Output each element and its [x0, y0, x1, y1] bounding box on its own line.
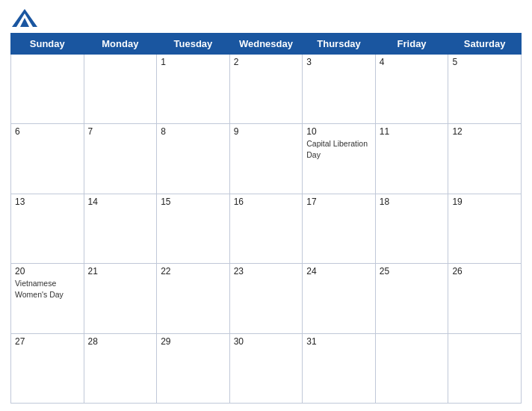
calendar-cell: 4 [375, 55, 448, 124]
calendar-cell: 29 [157, 333, 230, 403]
calendar-cell: 16 [229, 194, 303, 263]
calendar-cell: 18 [375, 194, 448, 263]
calendar-cell: 11 [375, 124, 448, 194]
weekday-header-thursday: Thursday [303, 34, 376, 55]
weekday-header-saturday: Saturday [448, 34, 522, 55]
header-row [10, 7, 522, 30]
day-number: 30 [234, 336, 299, 347]
calendar-cell: 27 [11, 333, 84, 403]
calendar-cell: 13 [11, 194, 84, 263]
day-number: 13 [15, 197, 80, 207]
weekday-header-tuesday: Tuesday [157, 34, 230, 55]
calendar-cell: 5 [448, 55, 522, 124]
calendar-week-row: 12345 [11, 55, 522, 124]
weekday-header-row: SundayMondayTuesdayWednesdayThursdayFrid… [11, 34, 522, 55]
day-number: 16 [234, 197, 299, 207]
calendar-cell: 10Capital Liberation Day [303, 124, 376, 194]
calendar-cell: 9 [229, 124, 303, 194]
calendar-week-row: 678910Capital Liberation Day1112 [11, 124, 522, 194]
day-number: 3 [306, 57, 371, 67]
day-number: 5 [452, 57, 517, 67]
calendar-cell: 20Vietnamese Women's Day [11, 264, 84, 333]
calendar-week-row: 13141516171819 [11, 194, 522, 263]
calendar-cell [84, 55, 157, 124]
day-number: 31 [306, 336, 371, 347]
calendar-cell: 30 [229, 333, 303, 403]
calendar-cell: 12 [448, 124, 522, 194]
day-number: 17 [306, 197, 371, 207]
day-number: 6 [15, 126, 80, 137]
calendar-wrapper: SundayMondayTuesdayWednesdayThursdayFrid… [0, 0, 532, 411]
day-number: 24 [306, 266, 371, 276]
weekday-header-sunday: Sunday [11, 34, 84, 55]
calendar-cell: 14 [84, 194, 157, 263]
logo-icon [10, 7, 39, 28]
day-number: 25 [380, 266, 445, 276]
day-number: 12 [452, 126, 517, 137]
calendar-week-row: 20Vietnamese Women's Day212223242526 [11, 264, 522, 333]
day-number: 7 [88, 126, 153, 137]
day-number: 15 [161, 197, 226, 207]
day-number: 28 [88, 336, 153, 347]
calendar-cell: 21 [84, 264, 157, 333]
day-number: 2 [234, 57, 299, 67]
day-number: 26 [452, 266, 517, 276]
calendar-cell: 24 [303, 264, 376, 333]
day-number: 1 [161, 57, 226, 67]
day-number: 10 [306, 126, 371, 137]
calendar-cell: 28 [84, 333, 157, 403]
calendar-cell: 8 [157, 124, 230, 194]
calendar-cell: 3 [303, 55, 376, 124]
calendar-cell: 2 [229, 55, 303, 124]
calendar-cell: 15 [157, 194, 230, 263]
calendar-cell: 25 [375, 264, 448, 333]
calendar-table: SundayMondayTuesdayWednesdayThursdayFrid… [10, 33, 522, 404]
day-number: 29 [161, 336, 226, 347]
calendar-cell: 7 [84, 124, 157, 194]
holiday-label: Capital Liberation Day [306, 139, 368, 159]
day-number: 19 [452, 197, 517, 207]
day-number: 8 [161, 126, 226, 137]
calendar-cell: 6 [11, 124, 84, 194]
calendar-cell [375, 333, 448, 403]
day-number: 23 [234, 266, 299, 276]
calendar-cell: 26 [448, 264, 522, 333]
weekday-header-wednesday: Wednesday [229, 34, 303, 55]
calendar-cell [448, 333, 522, 403]
calendar-cell: 31 [303, 333, 376, 403]
holiday-label: Vietnamese Women's Day [15, 279, 64, 299]
day-number: 14 [88, 197, 153, 207]
day-number: 27 [15, 336, 80, 347]
calendar-cell: 23 [229, 264, 303, 333]
weekday-header-friday: Friday [375, 34, 448, 55]
day-number: 20 [15, 266, 80, 276]
day-number: 18 [380, 197, 445, 207]
calendar-cell: 1 [157, 55, 230, 124]
weekday-header-monday: Monday [84, 34, 157, 55]
day-number: 4 [380, 57, 445, 67]
day-number: 9 [234, 126, 299, 137]
calendar-cell [11, 55, 84, 124]
day-number: 11 [380, 126, 445, 137]
day-number: 21 [88, 266, 153, 276]
logo-area [10, 7, 39, 30]
day-number: 22 [161, 266, 226, 276]
calendar-cell: 17 [303, 194, 376, 263]
calendar-cell: 19 [448, 194, 522, 263]
calendar-cell: 22 [157, 264, 230, 333]
calendar-week-row: 2728293031 [11, 333, 522, 403]
